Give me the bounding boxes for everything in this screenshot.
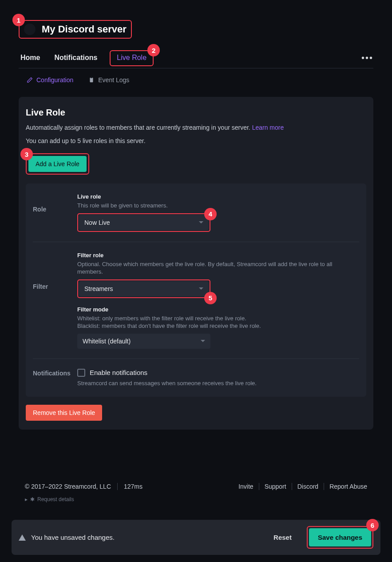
request-details-toggle[interactable]: ▸ ✱ Request details [25,496,367,502]
caret-down-icon [199,287,203,290]
tab-live-role[interactable]: Live Role [110,50,154,66]
server-header: My Discord server [19,20,132,39]
svg-rect-0 [90,78,93,83]
learn-more-link[interactable]: Learn more [252,124,284,131]
svg-rect-1 [91,77,93,78]
filter-mode-select-value: Whitelist (default) [83,338,131,345]
footer-copyright: © 2017–2022 Streamcord, LLC [25,483,111,490]
filter-mode-select[interactable]: Whitelist (default) [77,334,210,349]
separator [324,483,324,490]
edit-icon [27,77,33,83]
filter-role-select-value: Streamers [84,285,113,292]
subtab-configuration-label: Configuration [36,76,73,84]
request-details-label: Request details [37,496,74,502]
server-name: My Discord server [42,24,127,35]
play-icon: ▸ [25,496,28,502]
annotation-badge-2: 2 [147,44,160,56]
card-description: Automatically assign roles to members th… [26,124,366,131]
annotation-badge-6: 6 [366,519,379,531]
filter-role-field-label: Filter role [77,252,359,259]
more-menu-icon[interactable]: ••• [361,53,373,63]
unsaved-changes-toast: You have unsaved changes. Reset 6 Save c… [12,520,380,555]
subtab-configuration[interactable]: Configuration [27,76,73,84]
toast-message: You have unsaved changes. [31,534,115,541]
separator [292,483,292,490]
footer-link-invite[interactable]: Invite [238,483,253,490]
live-role-select[interactable]: Now Live [79,215,209,230]
save-changes-button[interactable]: Save changes [309,528,371,546]
notifications-row: Notifications Enable notifications Strea… [33,359,359,397]
live-role-config: Role Live role This role will be given t… [26,183,366,397]
caret-down-icon [199,221,203,223]
annotation-badge-3: 3 [20,148,33,160]
footer-link-report[interactable]: Report Abuse [329,483,367,490]
live-role-select-value: Now Live [84,219,110,226]
annotation-badge-4: 4 [204,208,217,220]
warning-icon [19,534,26,541]
page-footer: © 2017–2022 Streamcord, LLC 127ms Invite… [19,483,373,502]
main-tabs: Home Notifications 2 Live Role ••• [19,50,373,68]
sub-tabs: Configuration Event Logs [19,76,373,84]
tab-live-role-label: Live Role [117,54,147,61]
role-row-label: Role [33,193,77,232]
notifications-help: Streamcord can send messages when someon… [77,379,359,387]
annotation-badge-5: 5 [204,292,217,304]
tab-home[interactable]: Home [19,50,42,68]
subtab-event-logs-label: Event Logs [98,76,129,84]
separator [117,483,118,490]
subtab-event-logs[interactable]: Event Logs [88,76,129,84]
footer-link-support[interactable]: Support [265,483,286,490]
card-limit-text: You can add up to 5 live roles in this s… [26,137,366,144]
filter-role-field-help: Optional. Choose which members get the l… [77,260,359,276]
clipboard-icon [88,77,95,83]
filter-role-select[interactable]: Streamers [79,281,209,296]
notifications-row-label: Notifications [33,369,77,387]
enable-notifications-label: Enable notifications [90,369,147,376]
annotation-badge-1: 1 [12,14,25,26]
add-live-role-button[interactable]: Add a Live Role [28,156,87,172]
footer-link-discord[interactable]: Discord [297,483,318,490]
caret-down-icon [201,340,205,342]
filter-mode-field-help: Whitelist: only members with the filter … [77,315,359,330]
reset-button[interactable]: Reset [265,528,300,546]
live-role-card: Live Role Automatically assign roles to … [19,97,373,430]
filter-row: Filter Filter role Optional. Choose whic… [33,242,359,359]
tab-notifications[interactable]: Notifications [52,50,99,68]
footer-latency: 127ms [124,483,143,490]
live-role-field-help: This role will be given to streamers. [77,202,359,210]
server-avatar [24,24,36,35]
remove-live-role-button[interactable]: Remove this Live Role [26,405,102,421]
filter-row-label: Filter [33,252,77,349]
card-title: Live Role [26,108,366,118]
live-role-field-label: Live role [77,193,359,200]
role-row: Role Live role This role will be given t… [33,183,359,242]
gear-icon: ✱ [30,496,35,502]
filter-mode-field-label: Filter mode [77,306,359,313]
enable-notifications-checkbox[interactable] [77,369,85,377]
separator [259,483,259,490]
